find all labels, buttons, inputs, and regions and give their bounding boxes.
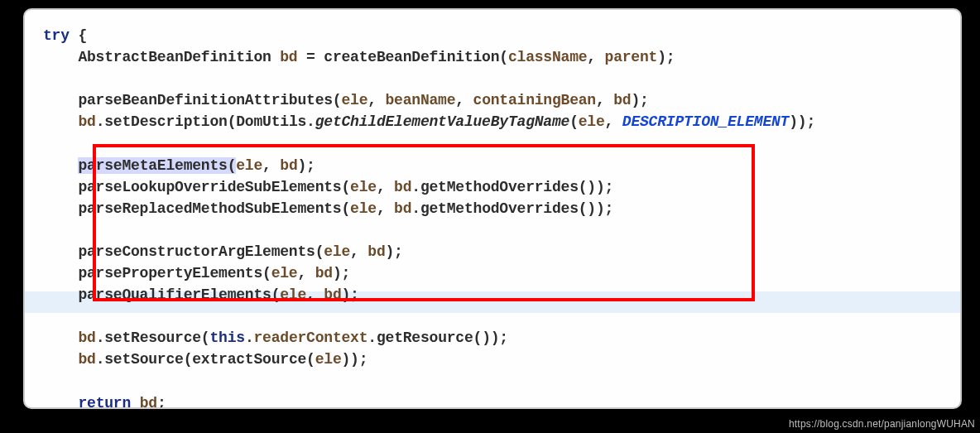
keyword-return: return	[78, 395, 131, 409]
keyword-this: this	[209, 330, 244, 346]
watermark-text: https://blog.csdn.net/panjianlongWUHAN	[789, 418, 975, 430]
code-content[interactable]: try { AbstractBeanDefinition bd = create…	[43, 25, 942, 409]
code-card: try { AbstractBeanDefinition bd = create…	[23, 8, 962, 409]
code-block[interactable]: try { AbstractBeanDefinition bd = create…	[43, 25, 942, 409]
keyword-try: try	[43, 27, 70, 44]
selected-text: parseMetaElements(	[78, 157, 236, 174]
